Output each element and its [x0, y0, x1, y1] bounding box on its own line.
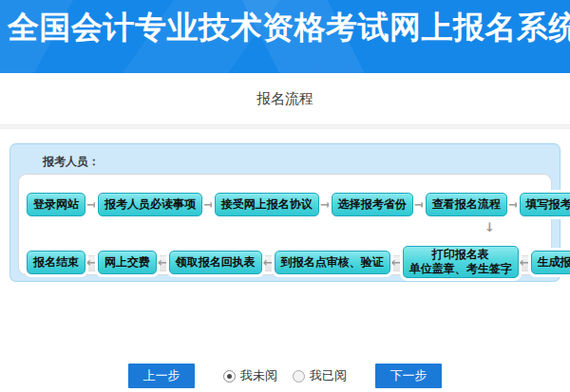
bottom-navigation: 上一步 我未阅 我已阅 下一步	[0, 364, 570, 388]
step-view-process[interactable]: 查看报名流程	[426, 193, 507, 216]
next-step-button[interactable]: 下一步	[375, 364, 442, 388]
step-generate-registration-number[interactable]: 生成报名注册号	[531, 251, 570, 274]
radio-not-read[interactable]: 我未阅	[223, 367, 277, 384]
step-login-website[interactable]: 登录网站	[27, 193, 86, 216]
flow-row-1: 登录网站 → 报考人员必读事项 → 接受网上报名协议 → 选择报考省份 → 查看…	[19, 193, 551, 216]
radio-not-read-icon[interactable]	[223, 370, 236, 383]
previous-step-button[interactable]: 上一步	[128, 364, 195, 388]
arrow-right-icon: →	[86, 197, 98, 212]
radio-has-read-icon[interactable]	[293, 370, 305, 383]
arrow-right-icon: →	[319, 197, 332, 212]
page-title: 报名流程	[256, 90, 314, 108]
step-registration-finished[interactable]: 报名结束	[27, 251, 86, 274]
arrow-left-icon: ←	[262, 255, 275, 270]
arrow-left-icon: ←	[390, 255, 403, 270]
arrow-left-icon: ←	[157, 255, 169, 270]
arrow-right-icon: →	[507, 197, 520, 212]
flow-connector-row: ↓	[19, 220, 551, 233]
print-step-line1: 打印报名表	[432, 248, 489, 261]
step-accept-agreement[interactable]: 接受网上报名协议	[215, 193, 319, 216]
step-online-payment[interactable]: 网上交费	[98, 251, 157, 274]
read-status-radio-group: 我未阅 我已阅	[216, 367, 354, 384]
arrow-right-icon: →	[413, 197, 426, 212]
step-get-receipt-form[interactable]: 领取报名回执表	[169, 251, 262, 274]
applicant-label: 报考人员：	[10, 144, 560, 170]
app-title: 全国会计专业技术资格考试网上报名系统	[0, 0, 570, 49]
app-header: 全国会计专业技术资格考试网上报名系统	[0, 0, 570, 73]
flow-row-2: 报名结束 ← 网上交费 ← 领取报名回执表 ← 到报名点审核、验证 ← 打印报名…	[19, 246, 551, 278]
arrow-left-icon: ←	[86, 255, 98, 270]
step-onsite-review-verify[interactable]: 到报名点审核、验证	[275, 251, 390, 274]
step-print-form-stamp-sign[interactable]: 打印报名表 单位盖章、考生签字	[403, 246, 519, 278]
arrow-down-icon: ↓	[484, 220, 496, 234]
flow-diagram-container: 登录网站 → 报考人员必读事项 → 接受网上报名协议 → 选择报考省份 → 查看…	[18, 174, 552, 275]
arrow-left-icon: ←	[519, 255, 531, 270]
radio-has-read[interactable]: 我已阅	[293, 367, 347, 384]
step-fill-info-upload-photo[interactable]: 填写报考信息、照片上传	[520, 193, 570, 216]
registration-flow-panel: 报考人员： 登录网站 → 报考人员必读事项 → 接受网上报名协议 → 选择报考省…	[10, 143, 560, 282]
print-step-line2: 单位盖章、考生签字	[409, 262, 512, 275]
section-header: 报名流程	[0, 73, 570, 124]
radio-has-read-label: 我已阅	[310, 367, 347, 384]
arrow-right-icon: →	[202, 197, 215, 212]
step-select-province[interactable]: 选择报考省份	[332, 193, 413, 216]
step-must-read-notes[interactable]: 报考人员必读事项	[98, 193, 202, 216]
radio-not-read-label: 我未阅	[240, 367, 277, 384]
